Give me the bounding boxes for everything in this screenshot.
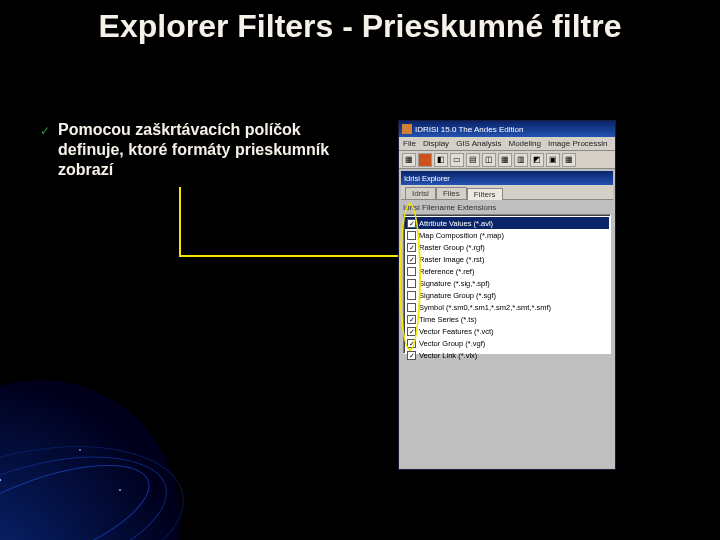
filters-header: Idrisi Filename Extensions — [403, 203, 611, 212]
toolbar-button[interactable]: ▦ — [498, 153, 512, 167]
subwindow-title: Idrisi Explorer — [404, 174, 610, 183]
toolbar-button[interactable]: ▣ — [546, 153, 560, 167]
list-item[interactable]: ✓Time Series (*.ts) — [405, 313, 609, 325]
bullet-text: Pomocou zaškrtávacích políčok definuje, … — [58, 120, 370, 180]
bullet-item: ✓ Pomocou zaškrtávacích políčok definuje… — [40, 120, 370, 180]
slide-title: Explorer Filters - Prieskumné filtre — [0, 0, 720, 52]
subwindow-titlebar: Idrisi Explorer — [401, 171, 613, 185]
toolbar-button[interactable]: ◫ — [482, 153, 496, 167]
checkbox[interactable]: ✓ — [407, 339, 416, 348]
checkbox[interactable]: ✓ — [407, 255, 416, 264]
checkbox[interactable]: ✓ — [407, 327, 416, 336]
list-item-label: Symbol (*.sm0,*.sm1,*.sm2,*.smt,*.smf) — [419, 303, 551, 312]
checkbox[interactable]: ✓ — [407, 219, 416, 228]
list-item-label: Raster Image (*.rst) — [419, 255, 484, 264]
svg-point-4 — [0, 479, 1, 481]
list-item-label: Signature (*.sig,*.spf) — [419, 279, 490, 288]
svg-point-3 — [0, 426, 195, 540]
list-item[interactable]: Symbol (*.sm0,*.sm1,*.sm2,*.smt,*.smf) — [405, 301, 609, 313]
list-item-label: Vector Group (*.vgf) — [419, 339, 485, 348]
checkbox[interactable]: ✓ — [407, 351, 416, 360]
menu-image-processing[interactable]: Image Processin — [548, 139, 608, 148]
list-item-label: Vector Features (*.vct) — [419, 327, 494, 336]
svg-point-2 — [0, 433, 180, 540]
list-item[interactable]: ✓Vector Group (*.vgf) — [405, 337, 609, 349]
toolbar: ▦ ◧ ▭ ▤ ◫ ▦ ▥ ◩ ▣ ▦ — [399, 151, 615, 169]
list-item-label: Reference (*.ref) — [419, 267, 474, 276]
list-item[interactable]: ✓Vector Features (*.vct) — [405, 325, 609, 337]
svg-point-5 — [79, 449, 81, 451]
app-icon — [402, 124, 412, 134]
list-item-label: Time Series (*.ts) — [419, 315, 477, 324]
list-item-label: Attribute Values (*.avl) — [419, 219, 493, 228]
window-titlebar: IDRISI 15.0 The Andes Edition — [399, 121, 615, 137]
toolbar-button[interactable]: ▤ — [466, 153, 480, 167]
checkbox[interactable]: ✓ — [407, 315, 416, 324]
list-item[interactable]: ✓Raster Image (*.rst) — [405, 253, 609, 265]
list-item-label: Vector Link (*.vlx) — [419, 351, 477, 360]
toolbar-button[interactable]: ▦ — [402, 153, 416, 167]
tab-idrisi[interactable]: Idrisi — [405, 187, 436, 199]
menu-gis-analysis[interactable]: GIS Analysis — [456, 139, 501, 148]
list-item-label: Signature Group (*.sgf) — [419, 291, 496, 300]
checkbox[interactable] — [407, 291, 416, 300]
checkbox[interactable] — [407, 303, 416, 312]
checkbox[interactable] — [407, 279, 416, 288]
list-item[interactable]: ✓Attribute Values (*.avl) — [405, 217, 609, 229]
toolbar-button[interactable]: ▦ — [562, 153, 576, 167]
toolbar-button[interactable] — [418, 153, 432, 167]
checkbox[interactable] — [407, 231, 416, 240]
check-icon: ✓ — [40, 124, 50, 180]
window-title: IDRISI 15.0 The Andes Edition — [415, 125, 612, 134]
tabs: Idrisi Files Filters — [401, 185, 613, 200]
checkbox[interactable] — [407, 267, 416, 276]
toolbar-button[interactable]: ▭ — [450, 153, 464, 167]
menu-file[interactable]: File — [403, 139, 416, 148]
list-item-label: Map Composition (*.map) — [419, 231, 504, 240]
list-item[interactable]: Reference (*.ref) — [405, 265, 609, 277]
checkbox[interactable]: ✓ — [407, 243, 416, 252]
tab-filters[interactable]: Filters — [467, 188, 503, 200]
filters-list: ✓Attribute Values (*.avl)Map Composition… — [403, 214, 611, 354]
menu-display[interactable]: Display — [423, 139, 449, 148]
menubar: File Display GIS Analysis Modeling Image… — [399, 137, 615, 151]
svg-point-0 — [0, 380, 180, 540]
list-item-label: Raster Group (*.rgf) — [419, 243, 485, 252]
menu-modeling[interactable]: Modeling — [508, 139, 540, 148]
decorative-swirl — [0, 340, 200, 540]
svg-point-1 — [0, 443, 162, 540]
toolbar-button[interactable]: ▥ — [514, 153, 528, 167]
list-item[interactable]: ✓Raster Group (*.rgf) — [405, 241, 609, 253]
tab-files[interactable]: Files — [436, 187, 467, 199]
toolbar-button[interactable]: ◩ — [530, 153, 544, 167]
app-window: IDRISI 15.0 The Andes Edition File Displ… — [398, 120, 616, 470]
list-item[interactable]: Signature (*.sig,*.spf) — [405, 277, 609, 289]
list-item[interactable]: Signature Group (*.sgf) — [405, 289, 609, 301]
svg-point-6 — [119, 489, 121, 491]
toolbar-button[interactable]: ◧ — [434, 153, 448, 167]
list-item[interactable]: ✓Vector Link (*.vlx) — [405, 349, 609, 361]
list-item[interactable]: Map Composition (*.map) — [405, 229, 609, 241]
